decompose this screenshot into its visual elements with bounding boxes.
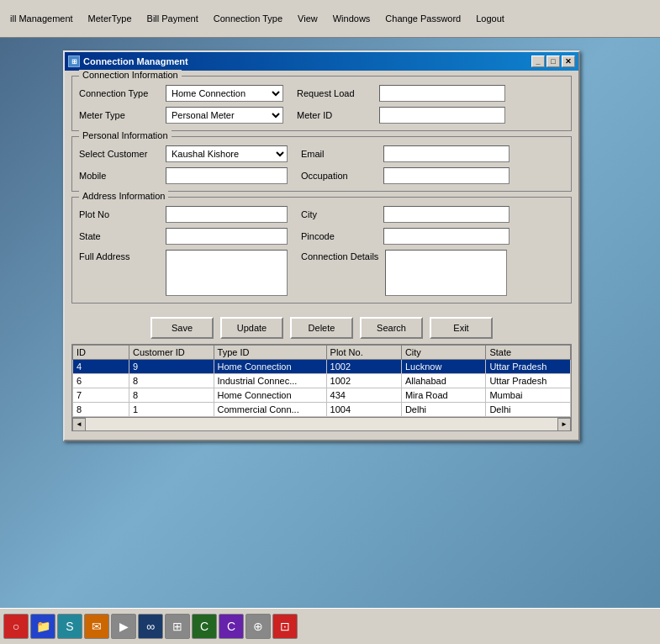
plot-no-row: Plot No City	[79, 206, 564, 223]
titlebar-buttons: _ □ ✕	[531, 55, 575, 67]
request-load-input[interactable]	[379, 85, 505, 102]
connection-management-window: ⊞ Connection Managment _ □ ✕ Connection …	[63, 50, 580, 441]
scroll-track[interactable]	[86, 418, 557, 430]
window-icon: ⊞	[68, 55, 80, 67]
delete-button[interactable]: Delete	[290, 317, 353, 339]
desktop: ⊞ Connection Managment _ □ ✕ Connection …	[0, 38, 660, 608]
mobile-row: Mobile Occupation	[79, 167, 564, 184]
col-type-id: Type ID	[214, 346, 326, 360]
mobile-label: Mobile	[79, 171, 159, 181]
table-scrollbar: ◄ ►	[72, 417, 571, 430]
state-label: State	[79, 231, 159, 241]
occupation-input[interactable]	[383, 167, 510, 184]
maximize-button[interactable]: □	[546, 55, 560, 67]
scroll-left-arrow[interactable]: ◄	[72, 418, 86, 431]
select-customer-row: Select Customer Kaushal Kishore Other Cu…	[79, 145, 564, 162]
window-titlebar: ⊞ Connection Managment _ □ ✕	[65, 52, 578, 71]
button-row: Save Update Delete Search Exit	[71, 309, 572, 344]
pincode-label: Pincode	[301, 231, 377, 241]
scroll-right-arrow[interactable]: ►	[557, 418, 571, 431]
connection-type-label: Connection Type	[79, 88, 159, 98]
mail-icon[interactable]: ✉	[84, 614, 109, 639]
address-info-group: Address Information Plot No City State P…	[71, 197, 572, 304]
menu-windows[interactable]: Windows	[326, 10, 378, 27]
city-label: City	[301, 209, 377, 219]
meter-type-label: Meter Type	[79, 110, 159, 120]
menu-connection-type[interactable]: Connection Type	[207, 10, 289, 27]
connection-type-select[interactable]: Home Connection Industrial Connection Co…	[166, 85, 283, 102]
table-row[interactable]: 68Industrial Connec...1002AllahabadUttar…	[73, 374, 571, 388]
menu-bill-payment[interactable]: Bill Payment	[140, 10, 205, 27]
ie-icon[interactable]: ○	[3, 614, 29, 639]
window-title: Connection Managment	[83, 56, 188, 66]
menu-bill-management[interactable]: ill Management	[3, 10, 80, 27]
full-address-label: Full Address	[79, 251, 159, 261]
connection-details-label: Connection Details	[301, 251, 378, 261]
save-button[interactable]: Save	[150, 317, 214, 339]
close-button[interactable]: ✕	[562, 55, 575, 67]
folder-icon[interactable]: 📁	[30, 614, 55, 639]
connection-type-row: Connection Type Home Connection Industri…	[79, 85, 564, 102]
meter-type-row: Meter Type Personal Meter Industrial Met…	[79, 107, 564, 124]
connection-info-group: Connection Information Connection Type H…	[71, 76, 572, 131]
search-button[interactable]: Search	[360, 317, 423, 339]
col-customer-id: Customer ID	[129, 346, 214, 360]
email-label: Email	[301, 149, 377, 159]
col-plot-no: Plot No.	[326, 346, 401, 360]
mobile-input[interactable]	[166, 167, 288, 184]
infinity-icon[interactable]: ∞	[138, 614, 163, 639]
personal-info-group: Personal Information Select Customer Kau…	[71, 136, 572, 192]
meter-id-label: Meter ID	[297, 110, 372, 120]
photo-icon[interactable]: ⊡	[272, 614, 298, 639]
address-info-label: Address Information	[79, 191, 168, 201]
menu-view[interactable]: View	[291, 10, 325, 27]
tool-icon[interactable]: C	[219, 614, 244, 639]
taskbar-bottom: ○ 📁 S ✉ ▶ ∞ ⊞ C C ⊕ ⊡	[0, 608, 660, 644]
table-row[interactable]: 49Home Connection1002LucknowUttar Prades…	[73, 360, 571, 374]
request-load-label: Request Load	[297, 88, 372, 98]
data-table-wrapper: ID Customer ID Type ID Plot No. City Sta…	[71, 344, 572, 431]
address-row: Full Address Connection Details	[79, 250, 564, 296]
city-input[interactable]	[383, 206, 510, 223]
window-content: Connection Information Connection Type H…	[65, 71, 578, 440]
data-table: ID Customer ID Type ID Plot No. City Sta…	[72, 345, 571, 417]
meter-type-select[interactable]: Personal Meter Industrial Meter	[166, 107, 283, 124]
menu-logout[interactable]: Logout	[469, 10, 511, 27]
personal-info-label: Personal Information	[79, 130, 172, 140]
select-customer-label: Select Customer	[79, 149, 159, 159]
menu-change-password[interactable]: Change Password	[378, 10, 467, 27]
media-icon[interactable]: ▶	[111, 614, 136, 639]
update-button[interactable]: Update	[220, 317, 283, 339]
menu-metertype[interactable]: MeterType	[82, 10, 139, 27]
titlebar-left: ⊞ Connection Managment	[68, 55, 188, 67]
table-header-row: ID Customer ID Type ID Plot No. City Sta…	[73, 346, 571, 360]
network-icon[interactable]: ⊕	[246, 614, 271, 639]
col-id: ID	[73, 346, 129, 360]
meter-id-input[interactable]	[379, 107, 505, 124]
connection-info-label: Connection Information	[79, 70, 182, 80]
full-address-textarea[interactable]	[166, 250, 288, 296]
skype-icon[interactable]: S	[57, 614, 82, 639]
plot-no-input[interactable]	[166, 206, 288, 223]
table-row[interactable]: 81Commercial Conn...1004DelhiDelhi	[73, 403, 571, 417]
state-row: State Pincode	[79, 228, 564, 245]
plot-no-label: Plot No	[79, 209, 159, 219]
state-input[interactable]	[166, 228, 288, 245]
col-state: State	[486, 346, 571, 360]
calc2-icon[interactable]: C	[192, 614, 217, 639]
table-row[interactable]: 78Home Connection434Mira RoadMumbai	[73, 388, 571, 403]
col-city: City	[401, 346, 486, 360]
top-menubar: ill Management MeterType Bill Payment Co…	[0, 0, 660, 38]
calc-icon[interactable]: ⊞	[165, 614, 190, 639]
select-customer-select[interactable]: Kaushal Kishore Other Customer	[166, 145, 288, 162]
pincode-input[interactable]	[383, 228, 510, 245]
email-input[interactable]	[383, 145, 510, 162]
occupation-label: Occupation	[301, 171, 377, 181]
minimize-button[interactable]: _	[531, 55, 545, 67]
exit-button[interactable]: Exit	[430, 317, 493, 339]
connection-details-textarea[interactable]	[385, 250, 507, 296]
